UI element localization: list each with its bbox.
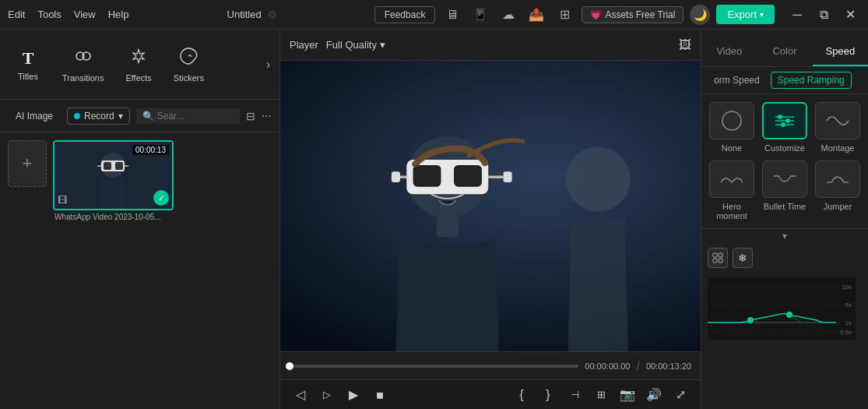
split-button[interactable]: ⊣ — [564, 384, 585, 406]
svg-rect-28 — [719, 253, 722, 257]
right-tabs: Video Color Speed — [701, 30, 868, 67]
freeze-frame-button[interactable] — [708, 248, 728, 268]
mark-in-button[interactable]: { — [511, 384, 532, 406]
svg-text:10x: 10x — [842, 284, 852, 291]
jumper-icon-box — [815, 160, 860, 198]
main-content: T Titles Transitions Effects — [0, 30, 868, 409]
prev-frame-button[interactable]: ◁ — [290, 384, 311, 406]
svg-point-20 — [722, 111, 741, 130]
more-button[interactable]: ··· — [262, 109, 272, 123]
theme-button[interactable]: 🌙 — [690, 5, 710, 25]
tab-video[interactable]: Video — [701, 37, 757, 66]
export-button[interactable]: Export ▾ — [716, 5, 775, 24]
cloud-icon[interactable]: ☁ — [497, 4, 519, 26]
share-icon[interactable]: 📤 — [525, 4, 547, 26]
svg-point-25 — [785, 118, 790, 123]
freeze-row: ❄ — [701, 243, 868, 273]
player-bar: Player Full Quality ▾ 🖼 — [280, 30, 701, 61]
filter-button[interactable]: ⊟ — [246, 110, 255, 122]
speed-option-none[interactable]: None — [708, 102, 756, 153]
audio-button[interactable]: 🔊 — [643, 384, 665, 406]
sub-tab-uniform-speed[interactable]: orm Speed — [708, 72, 766, 88]
svg-point-24 — [778, 115, 782, 119]
right-panel: Video Color Speed orm Speed Speed Rampin… — [701, 30, 868, 409]
record-label: Record — [84, 111, 114, 122]
quality-select[interactable]: Full Quality ▾ — [326, 39, 385, 51]
fullscreen-button[interactable]: ⤢ — [669, 384, 691, 406]
window-controls: ─ ⧉ ✕ — [787, 5, 860, 25]
effects-label: Effects — [125, 73, 151, 83]
bullet-time-label: Bullet Time — [764, 202, 806, 211]
montage-icon-box — [815, 102, 860, 139]
monitor-icon[interactable]: 🖥 — [441, 4, 463, 26]
apps-icon[interactable]: ⊞ — [553, 4, 575, 26]
titles-label: Titles — [18, 72, 38, 81]
list-item[interactable]: 00:00:13 🎞 ✓ WhatsApp Video 2023-10-05..… — [53, 140, 174, 401]
svg-rect-27 — [713, 253, 717, 257]
progress-bar[interactable] — [290, 365, 578, 368]
step-forward-button[interactable]: ▷ — [316, 384, 338, 406]
jumper-label: Jumper — [824, 202, 852, 211]
camera-button[interactable]: 📷 — [617, 384, 638, 406]
speed-curve-area: 10x 5x 1x 0.5x — [701, 273, 868, 409]
maximize-button[interactable]: ⧉ — [814, 5, 834, 25]
speed-option-montage[interactable]: Montage — [814, 102, 862, 153]
menu-help[interactable]: Help — [108, 9, 129, 20]
transitions-icon — [74, 47, 93, 70]
search-box[interactable]: 🔍 — [136, 108, 240, 124]
thumbnail-view-icon[interactable]: 🖼 — [679, 38, 691, 52]
speed-option-bullet-time[interactable]: Bullet Time — [761, 160, 809, 220]
current-time: 00:00:00.00 — [585, 361, 630, 371]
tool-effects[interactable]: Effects — [116, 41, 160, 89]
heart-icon: 💗 — [590, 9, 602, 20]
title-center: Untitled ⊙ — [138, 9, 364, 20]
record-button[interactable]: Record ▾ — [67, 108, 130, 125]
svg-rect-30 — [719, 259, 722, 263]
assets-label: Assets Free Trial — [605, 9, 675, 20]
left-panel: T Titles Transitions Effects — [0, 30, 280, 409]
tool-stickers[interactable]: Stickers — [164, 41, 213, 89]
title-dot: ⊙ — [268, 9, 276, 20]
add-to-timeline-button[interactable]: ⊞ — [590, 384, 612, 406]
sub-tab-speed-ramping[interactable]: Speed Ramping — [771, 72, 852, 89]
search-input[interactable] — [157, 111, 234, 122]
menu-tools[interactable]: Tools — [37, 9, 61, 20]
search-icon: 🔍 — [142, 111, 154, 122]
minimize-button[interactable]: ─ — [787, 5, 807, 25]
phone-icon[interactable]: 📱 — [469, 4, 491, 26]
ai-image-button[interactable]: AI Image — [8, 108, 61, 125]
progress-dot — [286, 362, 293, 370]
record-chevron: ▾ — [118, 111, 123, 122]
speed-option-hero-moment[interactable]: Hero moment — [708, 160, 756, 220]
add-media-button[interactable]: + — [8, 140, 47, 187]
toolbar-expand-arrow[interactable]: › — [263, 55, 273, 75]
tab-color[interactable]: Color — [757, 37, 812, 66]
playback-bar: 00:00:00.00 / 00:00:13:20 — [280, 351, 701, 379]
tool-transitions[interactable]: Transitions — [53, 41, 113, 89]
stop-button[interactable]: ◼ — [369, 384, 391, 406]
record-dot — [74, 113, 80, 119]
title-bar: Edit Tools View Help Untitled ⊙ Feedback… — [0, 0, 868, 30]
assets-button[interactable]: 💗 Assets Free Trial — [582, 6, 684, 23]
speed-option-jumper[interactable]: Jumper — [814, 160, 862, 220]
svg-point-26 — [781, 122, 785, 127]
menu-edit[interactable]: Edit — [8, 9, 25, 20]
expand-row: ▾ — [701, 228, 868, 243]
snowflake-button[interactable]: ❄ — [733, 248, 753, 268]
feedback-button[interactable]: Feedback — [374, 6, 436, 23]
transitions-label: Transitions — [62, 73, 104, 83]
chevron-down-icon: ▾ — [760, 10, 764, 19]
svg-rect-17 — [392, 171, 400, 182]
menu-view[interactable]: View — [74, 9, 96, 20]
svg-point-10 — [566, 147, 631, 212]
montage-label: Montage — [821, 143, 855, 153]
expand-button[interactable]: ▾ — [782, 231, 787, 242]
close-button[interactable]: ✕ — [840, 5, 860, 25]
play-button[interactable]: ▶ — [343, 384, 364, 406]
tool-titles[interactable]: T Titles — [6, 42, 50, 87]
svg-rect-5 — [104, 162, 111, 170]
speed-option-customize[interactable]: Customize — [761, 102, 809, 153]
toolbar: T Titles Transitions Effects — [0, 30, 279, 100]
mark-out-button[interactable]: } — [537, 384, 559, 406]
tab-speed[interactable]: Speed — [813, 37, 868, 66]
